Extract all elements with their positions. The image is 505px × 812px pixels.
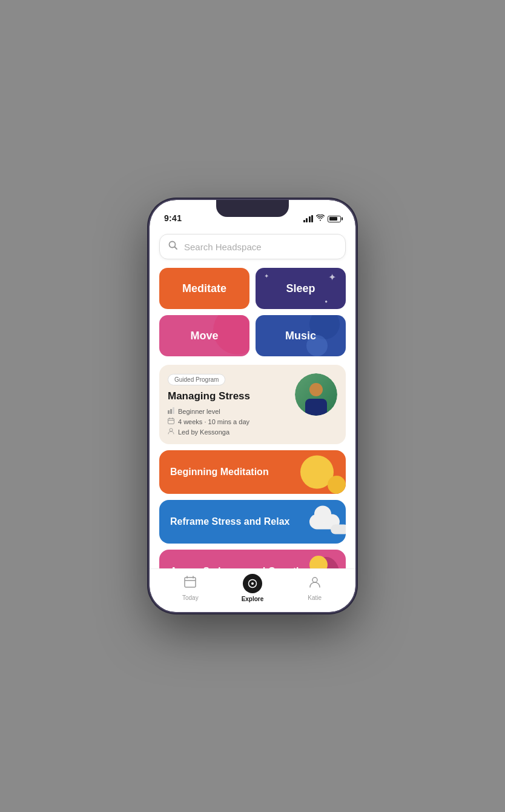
meta-instructor: Led by Kessonga — [168, 428, 337, 436]
music-button[interactable]: Music — [256, 315, 346, 356]
search-bar[interactable]: Search Headspace — [159, 234, 346, 259]
move-button[interactable]: Move — [159, 315, 249, 356]
svg-rect-2 — [170, 409, 172, 414]
phone-device: 9:41 — [150, 200, 355, 612]
category-grid: Meditate ✦ ✦ ● Sleep Move Music — [159, 268, 346, 356]
instructor-avatar — [295, 373, 337, 416]
svg-rect-4 — [168, 419, 174, 424]
sleep-label: Sleep — [286, 282, 315, 295]
svg-rect-3 — [173, 407, 174, 414]
sparkle-icon: ✦ — [264, 273, 269, 279]
notch — [216, 200, 289, 217]
meditate-label: Meditate — [182, 282, 226, 295]
status-time: 9:41 — [164, 213, 182, 223]
instructor-text: Led by Kessonga — [178, 428, 229, 436]
beginning-decoration — [285, 450, 346, 494]
reframe-decoration — [285, 500, 346, 544]
explore-icon — [243, 574, 262, 593]
phone-screen: 9:41 — [150, 200, 355, 612]
calendar-icon — [168, 418, 174, 425]
profile-icon — [308, 575, 322, 592]
battery-icon — [328, 216, 341, 222]
guided-badge: Guided Program — [168, 374, 225, 385]
anger-sadness-card[interactable]: Anger, Sadness, and Growth — [159, 550, 346, 568]
meditate-button[interactable]: Meditate — [159, 268, 249, 309]
anger-sadness-label: Anger, Sadness, and Growth — [170, 566, 302, 568]
beginning-meditation-label: Beginning Meditation — [170, 467, 269, 478]
sparkle-large-icon: ✦ — [328, 271, 336, 283]
today-label: Today — [182, 594, 199, 601]
wifi-icon — [316, 215, 325, 223]
move-label: Move — [190, 330, 218, 342]
nav-today[interactable]: Today — [172, 575, 208, 601]
person-icon — [168, 428, 174, 436]
beginning-meditation-card[interactable]: Beginning Meditation — [159, 450, 346, 494]
duration-text: 4 weeks · 10 mins a day — [178, 418, 249, 425]
svg-point-9 — [312, 577, 317, 582]
reframe-stress-label: Reframe Stress and Relax — [170, 516, 289, 527]
guided-program-card[interactable]: Guided Program Managing Stress Beginner … — [159, 365, 346, 444]
search-icon — [168, 241, 178, 253]
level-text: Beginner level — [178, 408, 220, 415]
scroll-content[interactable]: Search Headspace Meditate ✦ ✦ ● Sleep Mo… — [150, 227, 355, 568]
today-icon — [183, 575, 197, 592]
explore-label: Explore — [242, 596, 264, 602]
sparkle-small-icon: ● — [325, 299, 328, 304]
nav-explore[interactable]: Explore — [234, 574, 271, 602]
signal-icon — [303, 215, 314, 222]
reframe-stress-card[interactable]: Reframe Stress and Relax — [159, 500, 346, 544]
nav-profile[interactable]: Katie — [297, 575, 333, 601]
music-label: Music — [285, 330, 316, 342]
move-decoration — [213, 315, 249, 354]
svg-rect-6 — [185, 577, 196, 587]
meta-duration: 4 weeks · 10 mins a day — [168, 418, 337, 425]
search-placeholder: Search Headspace — [184, 242, 262, 252]
bottom-nav: Today Explore Katie — [150, 568, 355, 612]
sleep-button[interactable]: ✦ ✦ ● Sleep — [256, 268, 346, 309]
profile-label: Katie — [308, 594, 322, 601]
svg-point-8 — [251, 582, 254, 585]
level-icon — [168, 407, 174, 415]
status-icons — [303, 215, 342, 223]
svg-rect-1 — [168, 410, 170, 414]
anger-decoration — [297, 550, 346, 568]
svg-point-5 — [170, 428, 173, 431]
